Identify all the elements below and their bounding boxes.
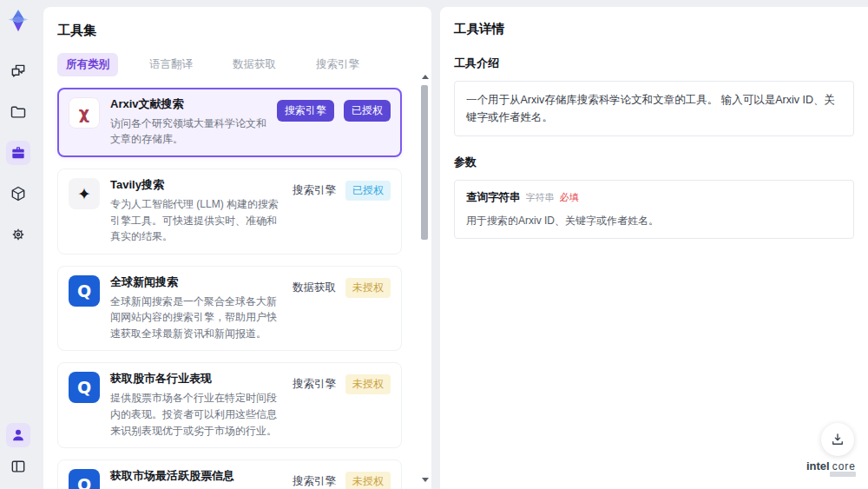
download-button[interactable] (821, 423, 854, 456)
panel-divider (431, 0, 440, 489)
param-box: 查询字符串字符串必填用于搜索的Arxiv ID、关键字或作者姓名。 (454, 180, 854, 239)
tool-category: 搜索引擎 (293, 183, 336, 198)
tool-tags: 搜索引擎已授权 (293, 178, 391, 201)
sidebar-item-settings[interactable] (6, 222, 30, 247)
param-type: 字符串 (526, 191, 555, 204)
tab-1[interactable]: 所有类别 (57, 53, 118, 76)
param-head: 查询字符串字符串必填 (466, 190, 842, 205)
tool-row[interactable]: Q获取股市各行业表现提供股票市场各个行业在特定时间段内的表现。投资者可以利用这些… (57, 362, 402, 448)
intro-heading: 工具介绍 (454, 56, 854, 71)
tool-info: Arxiv文献搜索访问各个研究领域大量科学论文和文章的存储库。 (110, 97, 266, 148)
tool-desc: 全球新闻搜索是一个聚合全球各大新闻网站内容的搜索引擎，帮助用户快速获取全球最新资… (110, 294, 282, 342)
sidebar-item-tools[interactable] (6, 141, 30, 165)
tool-category: 搜索引擎 (293, 377, 336, 392)
scrollbar-thumb[interactable] (421, 85, 428, 240)
news-search-icon: Q (69, 372, 100, 403)
params-heading: 参数 (454, 155, 854, 170)
tool-title: 获取股市各行业表现 (110, 372, 282, 387)
tool-category: 搜索引擎 (293, 474, 336, 489)
param-required-badge: 必填 (560, 191, 579, 204)
tool-row[interactable]: Q全球新闻搜索全球新闻搜索是一个聚合全球各大新闻网站内容的搜索引擎，帮助用户快速… (57, 266, 402, 352)
tool-detail-panel: 工具详情 工具介绍 一个用于从Arxiv存储库搜索科学论文和文章的工具。 输入可… (440, 7, 868, 489)
param-name: 查询字符串 (466, 190, 521, 205)
tool-row[interactable]: χArxiv文献搜索访问各个研究领域大量科学论文和文章的存储库。搜索引擎已授权 (57, 88, 402, 157)
sidebar-item-panel-toggle[interactable] (6, 454, 30, 479)
detail-title: 工具详情 (454, 21, 854, 37)
tool-desc: 提供股票市场各个行业在特定时间段内的表现。投资者可以利用这些信息来识别表现优于或… (110, 390, 282, 439)
tool-tags: 搜索引擎未授权 (293, 469, 391, 489)
tool-status-badge: 未授权 (345, 374, 391, 394)
tool-status-badge: 未授权 (345, 278, 391, 298)
sidebar-item-packages[interactable] (6, 182, 30, 206)
tab-2[interactable]: 语言翻译 (141, 53, 201, 76)
tool-tags: 搜索引擎未授权 (293, 372, 391, 394)
page-title: 工具集 (57, 23, 418, 39)
sidebar-item-files[interactable] (6, 100, 30, 124)
tool-tags: 数据获取未授权 (293, 275, 391, 298)
tool-title: 获取市场最活跃股票信息 (110, 469, 282, 484)
sidebar-rail (0, 0, 36, 489)
download-icon (830, 432, 845, 447)
tool-row[interactable]: ✦Tavily搜索专为人工智能代理 (LLM) 构建的搜索引擎工具。可快速提供实… (57, 169, 402, 254)
tool-tags: 搜索引擎已授权 (277, 97, 391, 122)
tool-info: 获取股市各行业表现提供股票市场各个行业在特定时间段内的表现。投资者可以利用这些信… (110, 372, 282, 439)
sparkle-icon: ✦ (69, 178, 100, 209)
tab-3[interactable]: 数据获取 (224, 53, 285, 76)
sidebar-item-chat[interactable] (6, 59, 30, 83)
intel-core-sub-badge (830, 472, 856, 477)
list-scrollbar[interactable] (421, 75, 429, 482)
tool-title: Tavily搜索 (110, 178, 282, 193)
tool-info: 获取市场最活跃股票信息提供当天交易量最高的股票列表，投资者可以利用这些信息来识别… (110, 469, 282, 489)
scroll-up-arrow[interactable] (422, 75, 429, 79)
news-search-icon: Q (69, 275, 100, 307)
sidebar-item-account[interactable] (6, 423, 30, 447)
tool-title: Arxiv文献搜索 (110, 97, 266, 112)
news-search-icon: Q (69, 469, 100, 489)
tool-status-badge: 已授权 (344, 100, 391, 122)
tool-row[interactable]: Q获取市场最活跃股票信息提供当天交易量最高的股票列表，投资者可以利用这些信息来识… (57, 459, 402, 489)
tool-list-panel: 工具集 所有类别语言翻译数据获取搜索引擎 χArxiv文献搜索访问各个研究领域大… (43, 7, 431, 489)
param-desc: 用于搜索的Arxiv ID、关键字或作者姓名。 (466, 213, 842, 228)
tool-info: Tavily搜索专为人工智能代理 (LLM) 构建的搜索引擎工具。可快速提供实时… (110, 178, 282, 245)
tool-desc: 专为人工智能代理 (LLM) 构建的搜索引擎工具。可快速提供实时、准确和真实的结… (110, 196, 282, 245)
tool-category: 数据获取 (293, 281, 336, 295)
tool-info: 全球新闻搜索全球新闻搜索是一个聚合全球各大新闻网站内容的搜索引擎，帮助用户快速获… (110, 275, 282, 342)
params-list: 查询字符串字符串必填用于搜索的Arxiv ID、关键字或作者姓名。 (454, 180, 854, 239)
tool-status-badge: 已授权 (345, 181, 391, 201)
tool-title: 全球新闻搜索 (110, 275, 282, 290)
category-tabs: 所有类别语言翻译数据获取搜索引擎 (57, 53, 418, 76)
tool-list: χArxiv文献搜索访问各个研究领域大量科学论文和文章的存储库。搜索引擎已授权✦… (57, 88, 418, 489)
tool-desc: 访问各个研究领域大量科学论文和文章的存储库。 (110, 116, 266, 148)
arxiv-icon: χ (69, 97, 100, 129)
app-window: 工具集 所有类别语言翻译数据获取搜索引擎 χArxiv文献搜索访问各个研究领域大… (0, 0, 868, 489)
scroll-down-arrow[interactable] (422, 478, 429, 482)
app-logo[interactable] (5, 9, 31, 35)
tab-4[interactable]: 搜索引擎 (307, 53, 368, 76)
tool-status-badge: 未授权 (345, 472, 391, 489)
intro-box: 一个用于从Arxiv存储库搜索科学论文和文章的工具。 输入可以是Arxiv ID… (454, 81, 854, 136)
intro-text: 一个用于从Arxiv存储库搜索科学论文和文章的工具。 输入可以是Arxiv ID… (466, 91, 842, 126)
tool-category: 搜索引擎 (277, 100, 334, 122)
